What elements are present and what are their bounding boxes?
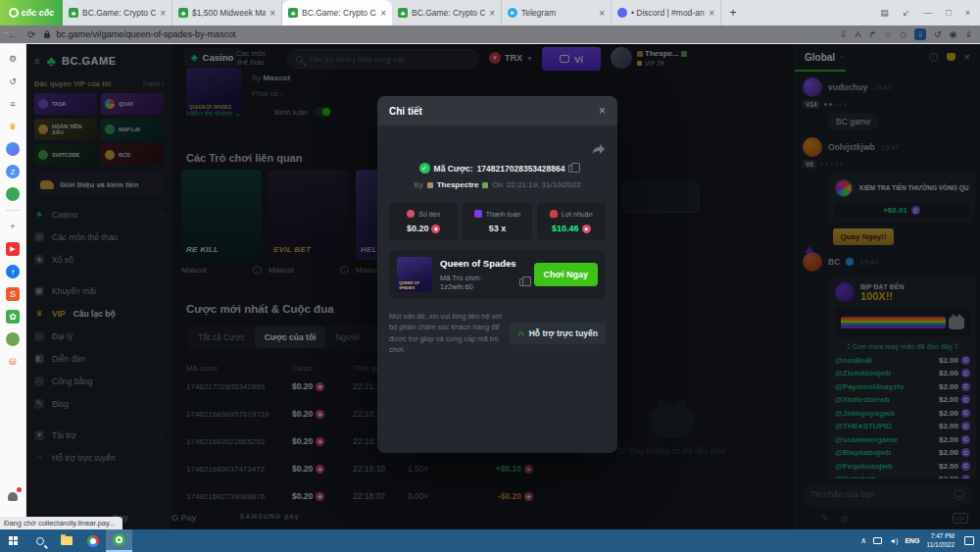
notification-dot bbox=[17, 487, 22, 492]
forward-icon[interactable]: → bbox=[0, 25, 980, 43]
amount-gem-icon bbox=[407, 210, 415, 218]
bet-author-row: By Thespectre On 22:21:19, 31/10/2022 bbox=[389, 180, 606, 189]
tab-bcgame-2[interactable]: ♣BC.Game: Crypto Casino Gam× bbox=[392, 0, 502, 25]
verified-icon: ✓ bbox=[419, 163, 430, 174]
modal-game-card: QUEEN OF SPADES Queen of Spades Mã Trò c… bbox=[389, 250, 606, 299]
token-gem-icon: ◆ bbox=[431, 225, 440, 233]
tab-bcgame-1[interactable]: ♣BC.Game: Crypto Casino Gam× bbox=[63, 0, 172, 25]
copy-icon[interactable] bbox=[568, 165, 575, 173]
add-shortcut-icon[interactable]: + bbox=[6, 220, 20, 233]
language-indicator[interactable]: ENG bbox=[905, 537, 919, 544]
settings-gear-icon[interactable]: ⚙ bbox=[6, 52, 20, 66]
system-tray: ∧ ◄) ENG 7:47 PM11/1/2022 bbox=[860, 532, 980, 550]
window-controls: ▤ ↙ — □ × bbox=[870, 0, 980, 25]
shopee-icon[interactable]: S bbox=[6, 287, 20, 301]
browser-tab-strip: cốc cốc ♣BC.Game: Crypto Casino Gam× ♣$1… bbox=[0, 0, 980, 25]
facebook-icon[interactable]: f bbox=[6, 265, 20, 278]
stat-profit: Lợi nhuận $10.46◆ bbox=[537, 203, 606, 240]
clock[interactable]: 7:47 PM11/1/2022 bbox=[927, 532, 955, 550]
screen: cốc cốc ♣BC.Game: Crypto Casino Gam× ♣$1… bbox=[0, 0, 980, 552]
tray-expand-icon[interactable]: ∧ bbox=[860, 536, 866, 545]
close-tab-icon[interactable]: × bbox=[270, 8, 275, 19]
shopping-cart-icon[interactable]: ⛁ bbox=[6, 355, 20, 369]
share-row bbox=[389, 143, 606, 155]
tab-bcgame-active[interactable]: ♣BC.Game: Crypto Casino Gam× bbox=[282, 0, 392, 25]
new-tab-button[interactable]: + bbox=[721, 0, 745, 25]
coccoc-taskbar-icon[interactable] bbox=[106, 529, 132, 552]
network-icon[interactable] bbox=[873, 537, 882, 544]
close-tab-icon[interactable]: × bbox=[489, 8, 495, 19]
token-gem-icon: ◆ bbox=[582, 225, 591, 233]
address-bar: ← → ⟳ bc.game/vi/game/queen-of-spades-by… bbox=[0, 25, 980, 44]
tab-mascot-promo[interactable]: ♣$1,500 Midweek Mascot Mul× bbox=[172, 0, 282, 25]
file-explorer-icon[interactable] bbox=[53, 529, 79, 552]
windows-taskbar: ∧ ◄) ENG 7:47 PM11/1/2022 bbox=[0, 529, 980, 552]
start-button[interactable] bbox=[0, 529, 26, 552]
stat-amount: Số tiền $0.20◆ bbox=[389, 203, 458, 240]
share-arrow-icon[interactable] bbox=[592, 143, 606, 155]
game-title: Queen of Spades bbox=[440, 258, 526, 269]
bet-details-modal: Chi tiết × ✓ Mã Cược: 174821702835342886… bbox=[377, 96, 617, 453]
copy-icon[interactable] bbox=[519, 278, 526, 286]
coccoc-logo-icon bbox=[9, 8, 19, 18]
discord-favicon bbox=[617, 8, 627, 18]
game-thumbnail[interactable]: QUEEN OF SPADES bbox=[397, 257, 432, 292]
notifications-bell-icon[interactable] bbox=[6, 489, 20, 503]
bcgame-favicon: ♣ bbox=[288, 8, 298, 18]
coccoc-brand-text: cốc cốc bbox=[22, 8, 55, 18]
close-tab-icon[interactable]: × bbox=[160, 8, 166, 19]
tab-discord[interactable]: • Discord | #mod-announc× bbox=[612, 0, 721, 25]
browser-tabs: ♣BC.Game: Crypto Casino Gam× ♣$1,500 Mid… bbox=[63, 0, 870, 25]
divider bbox=[6, 210, 20, 211]
bet-datetime: 22:21:19, 31/10/2022 bbox=[507, 180, 581, 189]
profit-chip-icon bbox=[550, 210, 558, 218]
close-tab-icon[interactable]: × bbox=[599, 8, 605, 19]
game-code: Mã Trò chơi: 1z2wih:60 bbox=[440, 274, 514, 291]
bell-icon bbox=[8, 492, 18, 501]
maximize-button[interactable]: □ bbox=[946, 8, 951, 18]
stat-payout: Thanh toán 53 x bbox=[463, 203, 531, 240]
bet-id-value[interactable]: 1748217028353428864 bbox=[477, 164, 565, 174]
garden-icon[interactable]: ✿ bbox=[6, 310, 20, 324]
games-gamepad-icon[interactable] bbox=[6, 187, 20, 201]
frog-badge-icon bbox=[482, 182, 488, 188]
vip-crown-icon[interactable]: ♛ bbox=[6, 120, 20, 133]
close-window-button[interactable]: × bbox=[965, 8, 970, 18]
youtube-icon[interactable]: ▶ bbox=[6, 242, 20, 256]
bet-author-name[interactable]: Thespectre bbox=[437, 180, 479, 189]
messenger-icon[interactable] bbox=[6, 142, 20, 156]
taskbar-search-icon[interactable] bbox=[26, 529, 53, 552]
bet-id-row: ✓ Mã Cược: 1748217028353428864 bbox=[389, 163, 606, 174]
modal-help-row: Mọi vấn đề, xin vui lòng liên hệ với bộ … bbox=[389, 311, 606, 355]
promo-icon[interactable] bbox=[6, 332, 20, 346]
payout-wallet-icon bbox=[474, 210, 482, 218]
tab-telegram[interactable]: ▸Telegram× bbox=[502, 0, 612, 25]
browser-status-text: Đang chờ collectarolly.linear.pay... bbox=[0, 517, 122, 529]
play-now-button[interactable]: Chơi Ngay bbox=[534, 263, 598, 286]
minimize-button[interactable]: — bbox=[923, 8, 932, 18]
action-center-icon[interactable] bbox=[964, 536, 974, 545]
modal-close-icon[interactable]: × bbox=[599, 104, 606, 118]
sidebar-toggle-icon[interactable]: ▤ bbox=[880, 8, 889, 18]
bcgame-favicon: ♣ bbox=[178, 8, 188, 18]
bcgame-favicon: ♣ bbox=[69, 8, 78, 18]
chrome-icon[interactable] bbox=[79, 529, 106, 552]
zalo-icon[interactable]: Z bbox=[6, 165, 20, 178]
newsfeed-icon[interactable]: ≡ bbox=[6, 97, 20, 111]
user-badge-icon bbox=[427, 182, 433, 188]
coccoc-sidebar: ⚙ ↺ ≡ ♛ Z + ▶ f S ✿ ⛁ ⋯ bbox=[0, 44, 26, 529]
headset-icon: ∩ bbox=[517, 328, 524, 338]
help-text: Mọi vấn đề, xin vui lòng liên hệ với bộ … bbox=[389, 311, 502, 355]
close-tab-icon[interactable]: × bbox=[709, 8, 714, 19]
telegram-favicon: ▸ bbox=[508, 8, 517, 18]
close-tab-icon[interactable]: × bbox=[380, 8, 386, 19]
nav-arrows: ← → ⟳ bbox=[8, 29, 35, 40]
live-support-button[interactable]: ∩ Hỗ trợ trực tuyến bbox=[510, 323, 606, 344]
bcgame-page: ≡ ♣ BC.GAME Đặc quyền VIP của tôi Thêm ›… bbox=[26, 44, 980, 529]
send-to-device-icon[interactable]: ↙ bbox=[903, 8, 910, 18]
history-icon[interactable]: ↺ bbox=[6, 75, 20, 88]
coccoc-logo: cốc cốc bbox=[0, 0, 63, 25]
modal-header: Chi tiết × bbox=[377, 96, 617, 125]
volume-icon[interactable]: ◄) bbox=[889, 537, 898, 544]
browser-content: ⚙ ↺ ≡ ♛ Z + ▶ f S ✿ ⛁ ⋯ ≡ ♣ B bbox=[0, 44, 980, 529]
